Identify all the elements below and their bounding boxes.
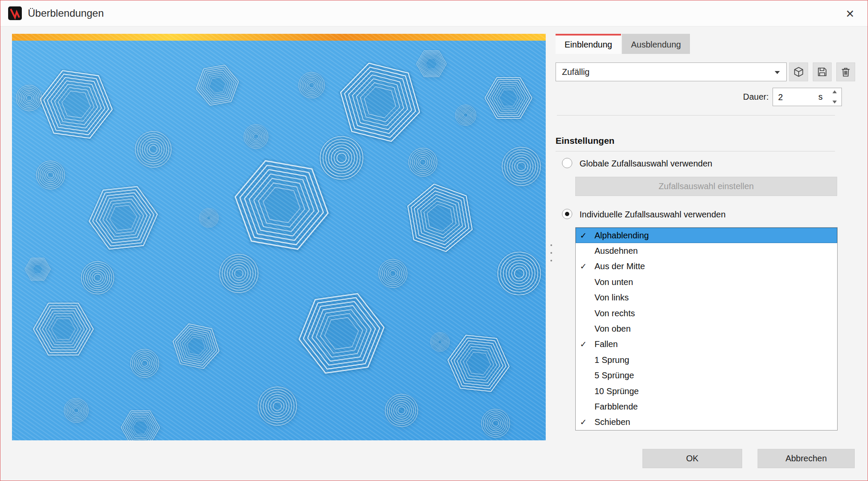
transition-row[interactable]: Von links bbox=[576, 290, 837, 306]
trash-icon bbox=[840, 66, 851, 77]
delete-button[interactable] bbox=[836, 62, 855, 81]
settings-heading: Einstellungen bbox=[556, 136, 615, 146]
radio-individual-label: Individuelle Zufallsauswahl verwenden bbox=[580, 210, 725, 220]
preview-image bbox=[12, 34, 546, 440]
close-icon[interactable]: ✕ bbox=[842, 6, 858, 22]
transition-label: 5 Sprünge bbox=[595, 371, 634, 380]
package-icon bbox=[793, 66, 804, 77]
transition-label: Von unten bbox=[595, 277, 633, 287]
transition-row[interactable]: Von oben bbox=[576, 321, 837, 336]
transition-row[interactable]: 10 Sprünge bbox=[576, 383, 837, 399]
splitter-handle[interactable] bbox=[550, 244, 553, 261]
transition-row[interactable]: Von unten bbox=[576, 274, 837, 290]
transition-row[interactable]: ✓ Schieben bbox=[576, 415, 837, 430]
duration-input[interactable] bbox=[773, 88, 822, 107]
transition-label: Von rechts bbox=[595, 309, 635, 318]
transition-label: Aus der Mitte bbox=[595, 261, 645, 271]
tab-bar: Einblendung Ausblendung bbox=[556, 34, 691, 54]
transition-label: Farbblende bbox=[595, 402, 638, 412]
duration-box: s bbox=[773, 88, 842, 106]
chevron-down-icon bbox=[775, 71, 780, 74]
transition-label: 10 Sprünge bbox=[595, 386, 639, 396]
title-bar: Überblendungen ✕ bbox=[0, 0, 868, 27]
app-logo-icon bbox=[8, 6, 22, 20]
transition-row[interactable]: 5 Sprünge bbox=[576, 368, 837, 383]
transition-row[interactable]: Von rechts bbox=[576, 306, 837, 321]
transition-label: Ausdehnen bbox=[595, 246, 638, 256]
transition-row[interactable]: ✓ Alphablending bbox=[576, 228, 837, 243]
cancel-button[interactable]: Abbrechen bbox=[758, 449, 855, 468]
save-button[interactable] bbox=[813, 62, 832, 81]
preset-value: Zufällig bbox=[562, 67, 589, 77]
check-icon: ✓ bbox=[576, 417, 595, 427]
ok-button[interactable]: OK bbox=[642, 449, 742, 468]
radio-global-random[interactable] bbox=[562, 158, 572, 168]
tab-ausblendung[interactable]: Ausblendung bbox=[622, 34, 690, 54]
transition-row[interactable]: 1 Sprung bbox=[576, 352, 837, 368]
separator bbox=[556, 151, 835, 151]
chevron-down-icon[interactable] bbox=[832, 101, 837, 104]
radio-global-label: Globale Zufallsauswahl verwenden bbox=[580, 159, 712, 169]
duration-label: Dauer: bbox=[694, 92, 769, 102]
transition-label: Schieben bbox=[595, 417, 630, 427]
transition-preset-select[interactable]: Zufällig bbox=[556, 62, 787, 81]
window-title: Überblendungen bbox=[28, 7, 104, 19]
duration-unit: s bbox=[818, 92, 823, 102]
transition-label: Von links bbox=[595, 293, 629, 303]
package-button[interactable] bbox=[789, 62, 808, 81]
check-icon: ✓ bbox=[576, 231, 595, 240]
transition-label: Fallen bbox=[595, 339, 618, 349]
chevron-up-icon[interactable] bbox=[832, 90, 837, 93]
dialog-window: Überblendungen ✕ bbox=[0, 0, 868, 481]
check-icon: ✓ bbox=[576, 261, 595, 271]
check-icon: ✓ bbox=[576, 339, 595, 349]
tab-einblendung[interactable]: Einblendung bbox=[556, 34, 621, 54]
duration-spinner[interactable] bbox=[830, 90, 839, 104]
transition-label: Von oben bbox=[595, 324, 631, 334]
transition-list[interactable]: ✓ Alphablending Ausdehnen ✓ Aus der Mitt… bbox=[575, 227, 838, 431]
radio-individual-random[interactable] bbox=[562, 209, 572, 219]
transition-label: Alphablending bbox=[595, 231, 649, 240]
transition-label: 1 Sprung bbox=[595, 355, 629, 365]
save-icon bbox=[817, 66, 828, 77]
configure-random-button[interactable]: Zufallsauswahl einstellen bbox=[575, 177, 837, 196]
separator bbox=[557, 115, 835, 116]
transition-row[interactable]: ✓ Fallen bbox=[576, 337, 837, 352]
transition-row[interactable]: Farbblende bbox=[576, 399, 837, 414]
transition-row[interactable]: Ausdehnen bbox=[576, 243, 837, 258]
transition-row[interactable]: ✓ Aus der Mitte bbox=[576, 259, 837, 274]
